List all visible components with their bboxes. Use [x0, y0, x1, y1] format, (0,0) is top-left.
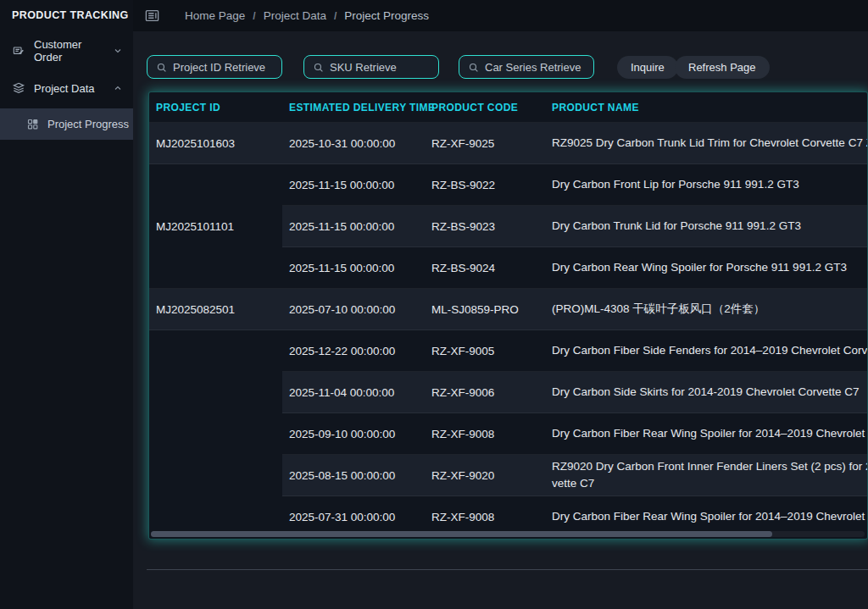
sku-search-field — [303, 55, 439, 79]
product-code-cell: RZ-XF-9005 — [425, 330, 545, 372]
product-name-cell: (PRO)ML-4308 干碳叶子板风口（2件套） — [545, 289, 868, 330]
product-code-cell: RZ-BS-9022 — [425, 164, 545, 206]
table-row: 2025-12-22 00:00:00RZ-XF-9005Dry Carbon … — [149, 330, 868, 372]
section-divider — [147, 569, 868, 570]
sidebar-item-project-progress[interactable]: Project Progress — [0, 108, 133, 140]
table-header-row: PROJECT ID ESTIMATED DELIVERY TIME PRODU… — [149, 92, 868, 123]
search-icon — [313, 62, 324, 73]
sidebar-item-project-data[interactable]: Project Data — [0, 75, 133, 101]
delivery-time-cell: 2025-11-15 00:00:00 — [282, 206, 425, 247]
sidebar: PRODUCT TRACKING Customer Order Project … — [0, 0, 133, 609]
table-body: MJ20251016032025-10-31 00:00:00RZ-XF-902… — [149, 123, 868, 538]
sidebar-item-label: Customer Order — [34, 38, 113, 64]
project-id-search-input[interactable] — [173, 61, 273, 74]
chevron-down-icon — [113, 46, 123, 56]
product-code-cell: RZ-XF-9025 — [425, 123, 545, 164]
product-code-cell: ML-SJ0859-PRO — [425, 289, 545, 330]
breadcrumb-project-progress[interactable]: Project Progress — [344, 9, 429, 22]
horizontal-scrollbar — [151, 531, 865, 537]
project-id-cell: MJ2025082501 — [149, 289, 282, 330]
delivery-time-cell: 2025-07-10 00:00:00 — [282, 289, 425, 330]
product-code-cell: RZ-XF-9006 — [425, 372, 545, 413]
product-name-cell: Dry Carbon Side Skirts for 2014-2019 Che… — [545, 372, 868, 413]
delivery-time-cell: 2025-11-15 00:00:00 — [282, 164, 425, 206]
column-header-product-name: PRODUCT NAME — [545, 92, 868, 123]
search-icon — [468, 62, 479, 73]
layers-icon — [12, 81, 25, 95]
product-code-cell: RZ-XF-9020 — [425, 455, 545, 496]
table-row: MJ20251011012025-11-15 00:00:00RZ-BS-902… — [149, 164, 868, 206]
delivery-time-cell: 2025-08-15 00:00:00 — [282, 455, 425, 496]
sidebar-subitem-label: Project Progress — [47, 118, 129, 130]
column-header-delivery-time: ESTIMATED DELIVERY TIME — [282, 92, 425, 123]
grid-icon — [26, 118, 39, 130]
product-name-cell: Dry Carbon Front Lip for Porsche 911 991… — [545, 164, 868, 206]
sidebar-item-label: Project Data — [34, 82, 95, 95]
car-series-search-input[interactable] — [485, 61, 585, 74]
breadcrumb: Home Page / Project Data / Project Progr… — [185, 9, 429, 22]
table-row: MJ20250825012025-07-10 00:00:00ML-SJ0859… — [149, 289, 868, 330]
delivery-time-cell: 2025-10-31 00:00:00 — [282, 123, 425, 164]
inquire-button[interactable]: Inquire — [617, 56, 678, 79]
collapse-sidebar-icon[interactable] — [144, 8, 160, 24]
product-name-cell: RZ9025 Dry Carbon Trunk Lid Trim for Che… — [545, 123, 868, 164]
project-id-search-field — [147, 55, 282, 79]
product-name-cell: Dry Carbon Trunk Lid for Porsche 911 991… — [545, 206, 868, 247]
breadcrumb-home[interactable]: Home Page — [185, 9, 245, 22]
column-header-product-code: PRODUCT CODE — [425, 92, 545, 123]
app-title: PRODUCT TRACKING — [0, 0, 133, 21]
product-code-cell: RZ-BS-9024 — [425, 247, 545, 289]
product-name-cell: RZ9020 Dry Carbon Front Inner Fender Lin… — [545, 455, 868, 496]
breadcrumb-project-data[interactable]: Project Data — [264, 9, 326, 22]
delivery-time-cell: 2025-12-22 00:00:00 — [282, 330, 425, 372]
project-id-cell: MJ2025101603 — [149, 123, 282, 164]
product-name-cell: Dry Carbon Rear Wing Spoiler for Porsche… — [545, 247, 868, 289]
refresh-page-button[interactable]: Refresh Page — [675, 56, 770, 79]
breadcrumb-separator: / — [334, 10, 337, 22]
project-id-cell: MJ2025101101 — [149, 164, 282, 289]
car-series-search-field — [459, 55, 594, 79]
chevron-up-icon — [113, 83, 123, 93]
product-code-cell: RZ-XF-9008 — [425, 413, 545, 455]
breadcrumb-separator: / — [253, 10, 255, 22]
horizontal-scrollbar-thumb[interactable] — [151, 531, 772, 537]
topbar: Home Page / Project Data / Project Progr… — [133, 0, 868, 31]
sku-search-input[interactable] — [330, 61, 430, 74]
project-progress-table: PROJECT ID ESTIMATED DELIVERY TIME PRODU… — [148, 91, 868, 540]
column-header-project-id: PROJECT ID — [149, 92, 282, 123]
delivery-time-cell: 2025-11-04 00:00:00 — [282, 372, 425, 413]
order-icon — [12, 44, 25, 58]
project-id-cell — [149, 330, 282, 538]
product-code-cell: RZ-BS-9023 — [425, 206, 545, 247]
search-icon — [156, 62, 167, 73]
delivery-time-cell: 2025-11-15 00:00:00 — [282, 247, 425, 289]
product-name-cell: Dry Carbon Fiber Rear Wing Spoiler for 2… — [545, 413, 868, 455]
table-row: MJ20251016032025-10-31 00:00:00RZ-XF-902… — [149, 123, 868, 164]
sidebar-item-customer-order[interactable]: Customer Order — [0, 38, 133, 64]
delivery-time-cell: 2025-09-10 00:00:00 — [282, 413, 425, 455]
product-name-cell: Dry Carbon Fiber Side Fenders for 2014–2… — [545, 330, 868, 372]
